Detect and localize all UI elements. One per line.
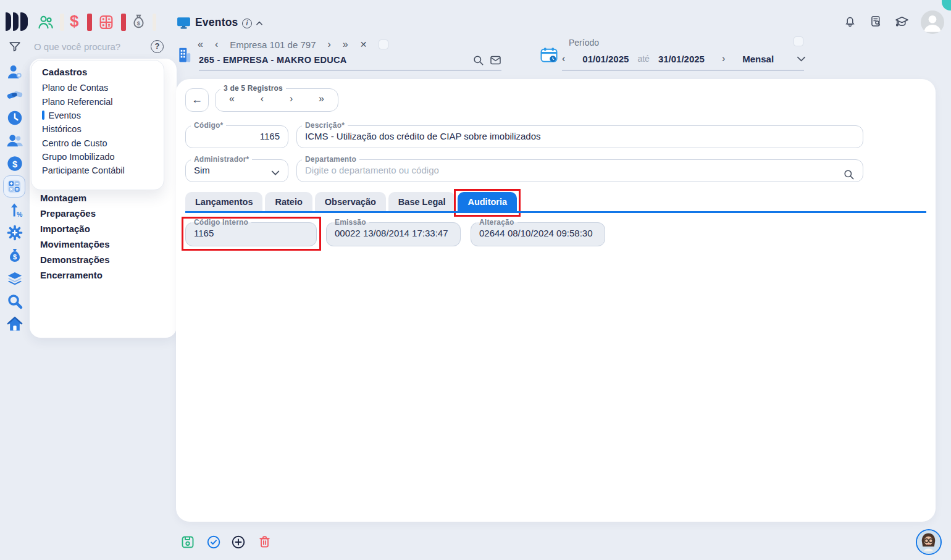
money-bag-rail-icon[interactable]: $ [6, 247, 23, 264]
tab-base-legal[interactable]: Base Legal [388, 192, 456, 211]
calculator-rail-icon[interactable] [6, 178, 23, 195]
cadastros-submenu: Cadastros Plano de Contas Plano Referenc… [31, 60, 164, 190]
global-search-input[interactable]: O que você procura? [34, 41, 120, 52]
divider-red [87, 14, 92, 31]
period-end-date[interactable]: 31/01/2025 [658, 54, 705, 64]
descricao-field[interactable]: Descrição* ICMS - Utilização dos crédito… [296, 121, 863, 148]
period-mode-select[interactable]: Mensal [742, 54, 774, 64]
first-company-icon[interactable]: « [198, 39, 203, 50]
clock-icon[interactable] [6, 109, 23, 127]
codigo-interno-label: Código Interno [191, 218, 251, 227]
trend-up-icon[interactable]: % [6, 201, 23, 219]
chevron-up-icon[interactable] [254, 19, 264, 28]
chat-widget-corner[interactable] [942, 0, 951, 10]
alteracao-field: Alteração 02644 08/10/2024 09:58:30 [471, 218, 605, 246]
menu-item-eventos[interactable]: Eventos [42, 109, 164, 122]
menu-group-montagem[interactable]: Montagem [40, 193, 110, 208]
next-record-icon[interactable]: › [290, 93, 293, 104]
monitor-icon [176, 15, 191, 30]
people-module-icon[interactable] [37, 14, 54, 31]
tabs-underline [185, 211, 926, 213]
money-bag-module-icon[interactable]: $ [130, 13, 147, 31]
menu-group-preparacoes[interactable]: Preparações [40, 208, 110, 224]
prev-company-icon[interactable]: ‹ [215, 39, 218, 50]
notifications-bell-icon[interactable] [844, 15, 857, 28]
period-label: Período [569, 38, 599, 48]
confirm-button[interactable] [206, 535, 221, 550]
period-mode-chevron-down-icon[interactable] [796, 55, 806, 63]
last-record-icon[interactable]: » [319, 93, 324, 104]
tab-rateio[interactable]: Rateio [265, 192, 312, 211]
handshake-icon[interactable] [6, 86, 23, 104]
menu-item-historicos[interactable]: Históricos [42, 122, 164, 136]
menu-item-plano-referencial[interactable]: Plano Referencial [42, 94, 164, 108]
graduation-cap-icon[interactable] [895, 15, 909, 28]
gear-icon[interactable] [6, 224, 23, 241]
document-search-icon[interactable] [869, 15, 882, 28]
prev-period-icon[interactable]: ‹ [562, 53, 565, 64]
departamento-placeholder[interactable]: Digite o departamento ou código [297, 164, 863, 175]
administrador-chevron-down-icon[interactable] [270, 169, 280, 177]
home-icon[interactable] [6, 316, 23, 333]
calculator-module-icon[interactable] [98, 14, 115, 31]
first-record-icon[interactable]: « [229, 93, 235, 104]
search-rail-icon[interactable] [6, 293, 23, 310]
prev-record-icon[interactable]: ‹ [261, 93, 264, 104]
divider [60, 14, 64, 31]
menu-item-grupo-imobilizado[interactable]: Grupo Imobilizado [42, 150, 164, 164]
layers-icon[interactable] [6, 270, 23, 287]
period-start-date[interactable]: 01/01/2025 [582, 54, 629, 64]
company-search-icon[interactable] [472, 54, 484, 66]
svg-text:$: $ [13, 253, 17, 261]
departamento-input[interactable]: Departamento Digite o departamento ou có… [296, 155, 863, 182]
save-button[interactable] [180, 535, 195, 550]
record-pager-label: 3 de 5 Registros [220, 84, 286, 93]
tab-lancamentos[interactable]: Lançamentos [185, 192, 262, 211]
emissao-label: Emissão [332, 218, 369, 227]
departamento-search-icon[interactable] [843, 169, 855, 180]
filter-funnel-icon[interactable] [8, 40, 22, 54]
menu-group-demonstracoes[interactable]: Demonstrações [40, 254, 110, 270]
record-pager: 3 de 5 Registros « ‹ › » [215, 84, 338, 112]
user-settings-icon[interactable] [6, 64, 23, 81]
back-button[interactable]: ← [185, 88, 209, 112]
mail-icon[interactable] [490, 55, 501, 65]
menu-group-encerramento[interactable]: Encerramento [40, 270, 110, 285]
company-position-label: Empresa 101 de 797 [230, 40, 316, 50]
menu-item-plano-de-contas[interactable]: Plano de Contas [42, 81, 164, 94]
next-company-icon[interactable]: › [328, 39, 331, 50]
menu-section-cadastros[interactable]: Cadastros [42, 67, 164, 77]
tab-observacao[interactable]: Observação [315, 192, 386, 211]
menu-group-importacao[interactable]: Importação [40, 224, 110, 239]
menu-item-participante-contabil[interactable]: Participante Contábil [42, 164, 164, 177]
info-icon[interactable]: i [242, 19, 252, 28]
tab-auditoria[interactable]: Auditoria [458, 192, 517, 211]
support-chat-avatar[interactable] [916, 529, 942, 555]
last-company-icon[interactable]: » [343, 39, 348, 50]
svg-text:$: $ [137, 20, 141, 27]
codigo-value[interactable]: 1165 [186, 130, 288, 141]
record-detail-card: ← 3 de 5 Registros « ‹ › » Código* 1165 … [176, 79, 936, 522]
descricao-value[interactable]: ICMS - Utilização dos crédito de CIAP so… [297, 130, 863, 141]
help-icon[interactable]: ? [151, 40, 164, 53]
add-record-button[interactable] [231, 535, 246, 550]
descricao-label: Descrição* [302, 121, 348, 130]
administrador-label: Administrador* [191, 155, 252, 164]
dollar-circle-icon[interactable]: $ [6, 155, 23, 172]
period-controls: ‹ 01/01/2025 até 31/01/2025 › Mensal [562, 53, 806, 64]
administrador-select[interactable]: Administrador* Sim [185, 155, 288, 182]
menu-group-movimentacoes[interactable]: Movimentações [40, 239, 110, 254]
period-checkbox[interactable] [794, 36, 803, 46]
menu-groups: Montagem Preparações Importação Moviment… [40, 193, 110, 285]
alteracao-label: Alteração [476, 218, 517, 227]
dollar-module-icon[interactable]: $ [70, 12, 78, 30]
next-period-icon[interactable]: › [722, 53, 725, 64]
codigo-interno-value: 1165 [186, 227, 316, 238]
user-avatar[interactable] [921, 10, 944, 34]
codigo-field[interactable]: Código* 1165 [185, 121, 288, 148]
menu-item-centro-de-custo[interactable]: Centro de Custo [42, 136, 164, 150]
close-company-icon[interactable]: ✕ [360, 40, 367, 49]
delete-button[interactable] [258, 535, 272, 550]
users-icon[interactable] [6, 132, 23, 149]
company-checkbox[interactable] [379, 40, 388, 49]
